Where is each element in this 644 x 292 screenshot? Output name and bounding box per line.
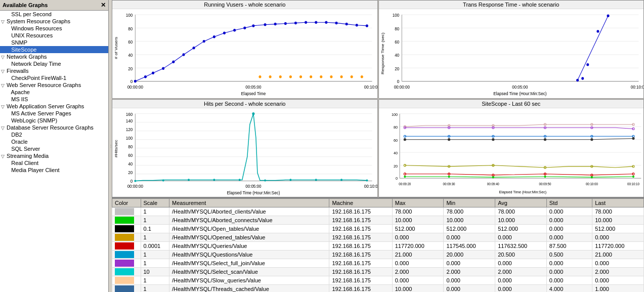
col-measurement: Measurement [169,199,329,207]
svg-text:140: 140 [126,118,133,123]
table-row[interactable]: 1 /Health/MYSQL/Questions/Value 192.168.… [112,251,644,259]
cell-color [112,207,141,216]
cell-std: 0.000 [546,225,592,233]
svg-point-20 [144,75,147,78]
svg-point-24 [182,53,185,56]
sidebar-item-media-player[interactable]: Media Player Client [0,166,108,174]
sidebar-item-oracle[interactable]: Oracle [0,138,108,145]
cell-scale: 1 [141,251,169,259]
svg-point-107 [213,179,215,181]
cell-max: 0.000 [392,259,444,268]
cell-std: 0.000 [546,207,592,216]
sidebar-item-windows-resources[interactable]: Windows Resources [0,25,108,32]
svg-text:20: 20 [395,66,399,71]
charts-area: Running Vusers - whole scenario [112,0,644,197]
svg-text:40: 40 [393,151,397,155]
sidebar-item-real-client[interactable]: Real Client [0,159,108,166]
cell-max: 21.000 [392,251,444,259]
sidebar-item-web-app[interactable]: ▽ Web Application Server Graphs [0,103,108,110]
svg-point-172 [404,175,406,177]
sidebar-item-snmp[interactable]: SNMP [0,39,108,46]
svg-point-28 [223,31,226,34]
cell-std: 0.000 [546,276,592,285]
table-row[interactable]: 1 /Health/MYSQL/Slow_queries/Value 192.1… [112,276,644,285]
sidebar-item-network-delay[interactable]: Network Delay Time [0,60,108,67]
svg-point-40 [346,23,348,25]
svg-point-19 [134,80,137,82]
sidebar-close-button[interactable]: ✕ [101,2,106,9]
cell-std: 0.000 [546,259,592,268]
table-row[interactable]: 10 /Health/MYSQL/Select_scan/Value 192.1… [112,268,644,276]
table-row[interactable]: 1 /Health/MYSQL/Aborted_connects/Value 1… [112,216,644,225]
svg-text:60: 60 [128,39,133,45]
sidebar-item-network-graphs[interactable]: ▽ Network Graphs [0,53,108,60]
svg-point-42 [366,24,368,27]
table-row[interactable]: 0.0001 /Health/MYSQL/Queries/Value 192.1… [112,242,644,251]
sidebar-item-unix-resources[interactable]: UNIX Resources [0,32,108,39]
svg-text:00:10:00: 00:10:00 [364,85,377,90]
svg-text:00:05:00: 00:05:00 [245,85,262,90]
sidebar-item-checkpoint[interactable]: CheckPoint FireWall-1 [0,74,108,81]
svg-point-34 [284,22,287,25]
chart-hits-per-second: Hits per Second - whole scenario [112,99,378,198]
sidebar-title: Available Graphs [3,2,48,8]
svg-text:20: 20 [393,163,397,168]
sidebar-item-system-resource[interactable]: ▽ System Resource Graphs [0,18,108,25]
cell-avg: 0.000 [495,259,547,268]
table-row[interactable]: 1 /Health/MYSQL/Select_full_join/Value 1… [112,259,644,268]
table-row[interactable]: 1 /Health/MYSQL/Opened_tables/Value 192.… [112,233,644,242]
sidebar-item-streaming[interactable]: ▽ Streaming Media [0,152,108,159]
cell-machine: 192.168.16.175 [329,216,392,225]
svg-point-109 [252,112,254,114]
svg-point-113 [340,179,342,181]
svg-text:40: 40 [395,53,399,58]
table-header-row: Color Scale Measurement Machine Max Min … [112,199,644,207]
svg-text:100: 100 [126,136,133,140]
sidebar-item-ms-active[interactable]: MS Active Server Pages [0,110,108,117]
cell-scale: 0.0001 [141,242,169,251]
cell-measurement: /Health/MYSQL/Queries/Value [169,242,329,251]
sidebar-item-apache[interactable]: Apache [0,89,108,96]
cell-scale: 1 [141,207,169,216]
svg-point-158 [590,138,592,140]
sidebar-item-ssl[interactable]: SSL per Second [0,11,108,18]
svg-point-43 [259,76,261,78]
svg-text:0: 0 [397,79,399,84]
svg-text:Elapsed Time (Hour:Min:Sec): Elapsed Time (Hour:Min:Sec) [499,189,546,194]
cell-measurement: /Health/MYSQL/Opened_tables/Value [169,233,329,242]
chart-hits-per-second-title: Hits per Second - whole scenario [112,100,377,108]
cell-measurement: /Health/MYSQL/Select_full_join/Value [169,259,329,268]
table-row[interactable]: 1 /Health/MYSQL/Aborted_clients/Value 19… [112,207,644,216]
svg-point-177 [632,175,634,177]
cell-std: 0.000 [546,233,592,242]
sidebar-item-sitescope[interactable]: SiteScope [0,46,108,53]
table-row[interactable]: 0.1 /Health/MYSQL/Open_tables/Value 192.… [112,225,644,233]
sidebar-item-web-server[interactable]: ▽ Web Server Resource Graphs [0,81,108,89]
svg-point-108 [239,179,241,181]
cell-avg: 2.000 [495,268,547,276]
cell-scale: 10 [141,268,169,276]
svg-point-74 [581,77,584,79]
sidebar-header: Available Graphs ✕ [0,0,108,11]
sidebar-item-sql-server[interactable]: SQL Server [0,145,108,152]
svg-point-21 [152,71,154,74]
svg-point-48 [310,76,312,78]
cell-color [112,251,141,259]
sidebar-item-ms-iis[interactable]: MS IIS [0,96,108,103]
cell-machine: 192.168.16.175 [329,268,392,276]
cell-max: 10.000 [392,216,444,225]
svg-point-22 [162,67,164,70]
sidebar-item-db2[interactable]: DB2 [0,131,108,138]
svg-text:00:00:00: 00:00:00 [127,184,144,189]
svg-text:40: 40 [128,161,133,166]
sidebar-item-firewalls[interactable]: ▽ Firewalls [0,67,108,74]
cell-std: 4.000 [546,285,592,293]
svg-text:160: 160 [126,112,133,116]
table-row[interactable]: 1 /Health/MYSQL/Threads_cached/Value 192… [112,285,644,293]
cell-color [112,233,141,242]
svg-point-159 [632,137,634,139]
sidebar-item-weblogic[interactable]: WebLogic (SNMP) [0,117,108,124]
col-avg: Avg [495,199,547,207]
table-body: 1 /Health/MYSQL/Aborted_clients/Value 19… [112,207,644,293]
sidebar-item-database[interactable]: ▽ Database Server Resource Graphs [0,124,108,131]
